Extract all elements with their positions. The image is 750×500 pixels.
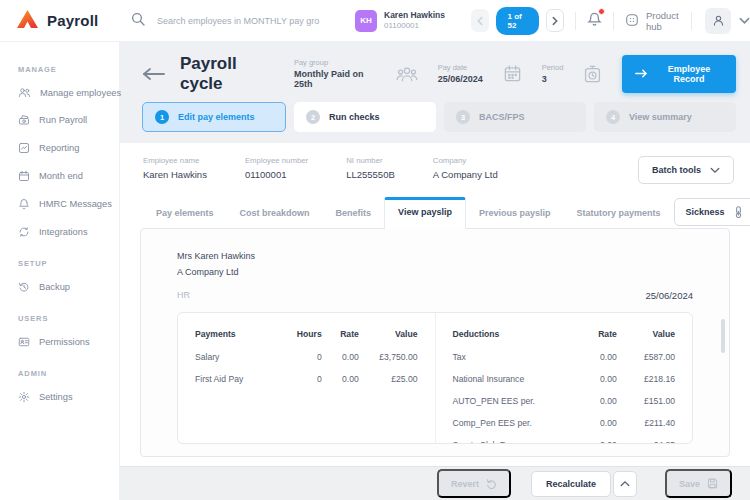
prev-employee-button[interactable]: [471, 9, 489, 32]
sidebar-item-label: Month end: [39, 171, 83, 181]
account-menu-button[interactable]: [705, 8, 750, 34]
save-icon: [707, 478, 718, 489]
tab-statutory-payments[interactable]: Statutory payments: [563, 198, 673, 228]
employee-name: Karen Hawkins: [384, 10, 445, 21]
undo-icon: [486, 478, 497, 489]
column-header: Rate: [576, 326, 617, 346]
avatar: KH: [355, 10, 377, 32]
period-meta: Period 3: [542, 63, 564, 84]
payroll-app: Payroll KH Karen Hawkins 01100001 1 of 5…: [0, 0, 750, 500]
action-footer: Revert Recalculate Save: [120, 466, 750, 500]
top-bar: Payroll KH Karen Hawkins 01100001 1 of 5…: [0, 0, 750, 42]
deductions-table: Deductions Rate Value Tax 0.00 £587.00 N…: [436, 313, 693, 444]
brand: Payroll: [0, 10, 122, 32]
page-title: Payroll cycle: [180, 54, 274, 94]
company-field: Company A Company Ltd: [433, 156, 498, 180]
step-edit-pay-elements[interactable]: 1 Edit pay elements: [142, 102, 286, 132]
sidebar-section-users: USERS: [18, 314, 119, 323]
pay-group-meta: Pay group Monthly Paid on 25th: [294, 58, 376, 89]
payslip-employee-name: Mrs Karen Hawkins: [177, 249, 711, 265]
employee-card: Employee name Karen Hawkins Employee num…: [120, 143, 750, 466]
employee-pager: 1 of 52: [471, 7, 564, 35]
scrollbar-thumb[interactable]: [721, 319, 725, 353]
deduction-row-label: National Insurance: [453, 368, 576, 390]
payslip-tables: Payments Hours Rate Value Salary 0 0.00 …: [177, 312, 693, 445]
product-hub-label: Product hub: [646, 10, 680, 32]
people-icon: [18, 87, 31, 98]
product-hub-button[interactable]: Product hub: [625, 10, 680, 32]
pager-count-badge: 1 of 52: [496, 7, 539, 35]
sidebar-item-month-end[interactable]: Month end: [18, 162, 119, 190]
back-button[interactable]: [142, 68, 166, 80]
page-header: Payroll cycle Pay group Monthly Paid on …: [120, 42, 750, 92]
sidebar-item-integrations[interactable]: Integrations: [18, 218, 119, 246]
sidebar-section-admin: ADMIN: [18, 369, 119, 378]
sidebar-item-backup[interactable]: Backup: [18, 273, 119, 301]
sidebar-item-label: Settings: [39, 392, 73, 402]
column-header: Hours: [288, 326, 322, 346]
sidebar-item-run-payroll[interactable]: Run Payroll: [18, 106, 119, 134]
calendar-icon: [18, 170, 30, 182]
tab-previous-payslip[interactable]: Previous payslip: [466, 198, 564, 228]
revert-button[interactable]: Revert: [437, 469, 511, 498]
payslip-date: 25/06/2024: [645, 290, 693, 301]
sidebar-item-label: Integrations: [39, 227, 88, 237]
search-bar: [130, 11, 355, 31]
step-view-summary: 4 View summary: [594, 102, 736, 132]
pay-date-meta: Pay date 25/06/2024: [438, 63, 483, 84]
chart-icon: [18, 142, 30, 154]
employee-record-button[interactable]: Employee Record: [622, 55, 736, 93]
sidebar-item-permissions[interactable]: Permissions: [18, 328, 119, 356]
column-header: Value: [359, 326, 418, 346]
deduction-row-label: Comp_Pen EES per.: [453, 412, 576, 434]
logo-icon: [17, 10, 38, 32]
payslip-tabs: Pay elements Cost breakdown Benefits Vie…: [120, 192, 750, 228]
employee-number: 01100001: [384, 21, 445, 31]
tab-cost-breakdown[interactable]: Cost breakdown: [227, 198, 323, 228]
step-bacs-fps: 3 BACS/FPS: [444, 102, 586, 132]
main-content: Payroll cycle Pay group Monthly Paid on …: [120, 42, 750, 500]
payment-row-label: First Aid Pay: [195, 368, 288, 390]
tab-benefits[interactable]: Benefits: [323, 198, 385, 228]
payslip-department: HR: [177, 290, 190, 300]
search-input[interactable]: [157, 16, 332, 26]
deduction-row-label: Tax: [453, 346, 576, 368]
sickness-button[interactable]: Sickness: [674, 198, 750, 226]
sidebar-item-settings[interactable]: Settings: [18, 383, 119, 411]
deduction-row-label: AUTO_PEN EES per.: [453, 390, 576, 412]
tab-view-payslip[interactable]: View payslip: [384, 197, 466, 229]
notifications-button[interactable]: [587, 11, 602, 31]
people-icon: [396, 65, 418, 83]
recalculate-options-button[interactable]: [613, 471, 637, 497]
step-run-checks[interactable]: 2 Run checks: [294, 102, 436, 132]
stopwatch-icon: [583, 64, 602, 84]
notification-dot: [598, 8, 605, 15]
sidebar-item-label: Manage employees: [40, 88, 121, 98]
sidebar-item-reporting[interactable]: Reporting: [18, 134, 119, 162]
recalculate-button[interactable]: Recalculate: [531, 471, 611, 497]
employee-info-row: Employee name Karen Hawkins Employee num…: [120, 143, 750, 192]
sidebar-item-label: Reporting: [39, 143, 79, 153]
next-employee-button[interactable]: [546, 9, 564, 32]
save-button[interactable]: Save: [665, 469, 732, 498]
bell-icon: [18, 198, 30, 210]
id-card-icon: [18, 336, 30, 348]
chevron-up-icon: [620, 480, 630, 487]
payment-row-label: Salary: [195, 346, 288, 368]
brand-name: Payroll: [47, 12, 98, 29]
search-icon: [130, 11, 146, 31]
divider: [575, 12, 576, 30]
current-employee-chip[interactable]: KH Karen Hawkins 01100001: [355, 10, 471, 32]
tab-pay-elements[interactable]: Pay elements: [143, 198, 227, 228]
sidebar-item-label: Permissions: [39, 337, 90, 347]
sidebar-item-label: HMRC Messages: [39, 199, 112, 209]
sidebar-section-manage: MANAGE: [18, 65, 119, 74]
batch-tools-button[interactable]: Batch tools: [638, 156, 734, 184]
sidebar: MANAGE Manage employees Run Payroll Repo…: [0, 42, 120, 500]
payslip-panel: Mrs Karen Hawkins A Company Ltd HR 25/06…: [140, 228, 730, 457]
sidebar-item-manage-employees[interactable]: Manage employees: [18, 79, 119, 106]
sidebar-item-hmrc-messages[interactable]: HMRC Messages: [18, 190, 119, 218]
payroll-stepper: 1 Edit pay elements 2 Run checks 3 BACS/…: [142, 102, 736, 132]
column-header: Payments: [195, 326, 288, 346]
calendar-icon: [503, 64, 522, 83]
